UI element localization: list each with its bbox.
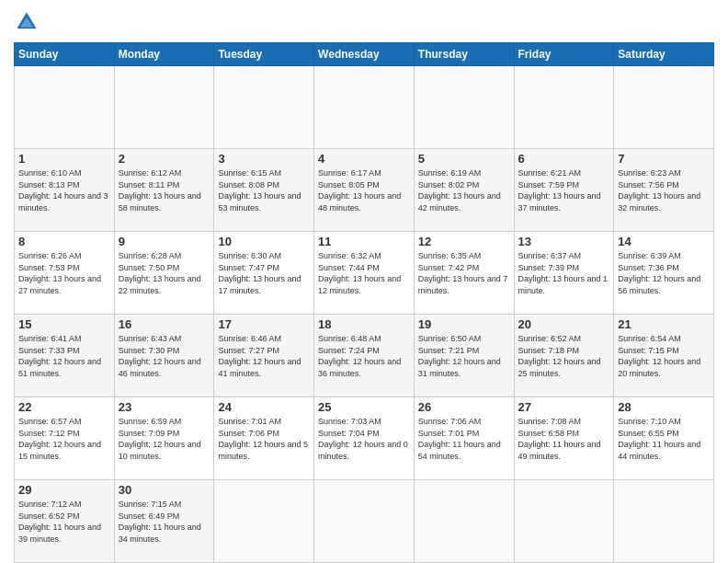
calendar-cell: 25 Sunrise: 7:03 AMSunset: 7:04 PMDaylig…: [314, 397, 415, 480]
day-number: 14: [618, 235, 710, 248]
logo: [14, 9, 43, 35]
col-wednesday: Wednesday: [314, 43, 415, 66]
day-number: 10: [218, 235, 310, 248]
cell-info: Sunrise: 6:19 AMSunset: 8:02 PMDaylight:…: [418, 167, 510, 213]
cell-info: Sunrise: 6:52 AMSunset: 7:18 PMDaylight:…: [518, 333, 610, 379]
calendar-cell: [214, 480, 314, 563]
day-number: 2: [119, 152, 210, 166]
calendar-cell: 4 Sunrise: 6:17 AMSunset: 8:05 PMDayligh…: [314, 149, 415, 232]
day-number: 4: [318, 152, 410, 166]
calendar-cell: 26 Sunrise: 7:06 AMSunset: 7:01 PMDaylig…: [414, 397, 514, 480]
cell-info: Sunrise: 6:43 AMSunset: 7:30 PMDaylight:…: [119, 333, 210, 379]
day-number: 28: [618, 400, 710, 414]
calendar-cell: [314, 480, 415, 563]
day-number: 1: [18, 152, 110, 166]
day-number: 29: [18, 483, 110, 497]
day-number: 3: [218, 152, 310, 166]
calendar-cell: 24 Sunrise: 7:01 AMSunset: 7:06 PMDaylig…: [214, 397, 314, 480]
day-number: 15: [18, 317, 110, 331]
calendar-cell: 23 Sunrise: 6:59 AMSunset: 7:09 PMDaylig…: [114, 397, 214, 480]
calendar-cell: 5 Sunrise: 6:19 AMSunset: 8:02 PMDayligh…: [414, 149, 514, 232]
day-number: 30: [119, 483, 210, 497]
cell-info: Sunrise: 6:10 AMSunset: 8:13 PMDaylight:…: [18, 167, 110, 213]
calendar-cell: [614, 66, 714, 149]
calendar-week-5: 29 Sunrise: 7:12 AMSunset: 6:52 PMDaylig…: [15, 480, 714, 563]
calendar-cell: [414, 480, 514, 563]
calendar-week-4: 22 Sunrise: 6:57 AMSunset: 7:12 PMDaylig…: [15, 397, 714, 480]
calendar-cell: 3 Sunrise: 6:15 AMSunset: 8:08 PMDayligh…: [214, 149, 314, 232]
cell-info: Sunrise: 6:57 AMSunset: 7:12 PMDaylight:…: [18, 416, 110, 462]
day-number: 5: [418, 152, 510, 166]
day-number: 25: [318, 400, 410, 414]
page: Sunday Monday Tuesday Wednesday Thursday…: [0, 0, 728, 563]
calendar-cell: [414, 66, 514, 149]
cell-info: Sunrise: 6:37 AMSunset: 7:39 PMDaylight:…: [518, 250, 610, 296]
cell-info: Sunrise: 7:01 AMSunset: 7:06 PMDaylight:…: [218, 416, 310, 462]
calendar-cell: 2 Sunrise: 6:12 AMSunset: 8:11 PMDayligh…: [114, 149, 214, 232]
calendar-cell: [114, 66, 214, 149]
calendar-cell: 19 Sunrise: 6:50 AMSunset: 7:21 PMDaylig…: [414, 315, 514, 397]
day-number: 23: [119, 400, 210, 414]
cell-info: Sunrise: 6:59 AMSunset: 7:09 PMDaylight:…: [119, 416, 210, 462]
col-tuesday: Tuesday: [214, 43, 314, 66]
cell-info: Sunrise: 6:28 AMSunset: 7:50 PMDaylight:…: [119, 250, 210, 296]
cell-info: Sunrise: 6:50 AMSunset: 7:21 PMDaylight:…: [418, 333, 510, 379]
day-number: 6: [518, 152, 610, 166]
cell-info: Sunrise: 6:32 AMSunset: 7:44 PMDaylight:…: [318, 250, 410, 296]
calendar-cell: 7 Sunrise: 6:23 AMSunset: 7:56 PMDayligh…: [614, 149, 714, 232]
calendar-cell: 15 Sunrise: 6:41 AMSunset: 7:33 PMDaylig…: [15, 315, 115, 397]
calendar-cell: 12 Sunrise: 6:35 AMSunset: 7:42 PMDaylig…: [414, 232, 514, 315]
calendar-cell: 6 Sunrise: 6:21 AMSunset: 7:59 PMDayligh…: [514, 149, 614, 232]
col-sunday: Sunday: [15, 43, 115, 66]
calendar-cell: [514, 66, 614, 149]
day-number: 13: [518, 235, 610, 248]
calendar-cell: [614, 480, 714, 563]
day-number: 8: [18, 235, 110, 248]
day-number: 7: [618, 152, 710, 166]
cell-info: Sunrise: 7:06 AMSunset: 7:01 PMDaylight:…: [418, 416, 510, 462]
calendar-cell: 8 Sunrise: 6:26 AMSunset: 7:53 PMDayligh…: [15, 232, 115, 315]
cell-info: Sunrise: 7:15 AMSunset: 6:49 PMDaylight:…: [119, 499, 210, 545]
calendar-week-1: 1 Sunrise: 6:10 AMSunset: 8:13 PMDayligh…: [15, 149, 714, 232]
calendar-week-0: [15, 66, 714, 149]
cell-info: Sunrise: 6:26 AMSunset: 7:53 PMDaylight:…: [18, 250, 110, 296]
cell-info: Sunrise: 6:41 AMSunset: 7:33 PMDaylight:…: [18, 333, 110, 379]
day-number: 17: [218, 317, 310, 331]
cell-info: Sunrise: 7:03 AMSunset: 7:04 PMDaylight:…: [318, 416, 410, 462]
calendar-cell: 22 Sunrise: 6:57 AMSunset: 7:12 PMDaylig…: [15, 397, 115, 480]
calendar-cell: 16 Sunrise: 6:43 AMSunset: 7:30 PMDaylig…: [114, 315, 214, 397]
cell-info: Sunrise: 6:39 AMSunset: 7:36 PMDaylight:…: [618, 250, 710, 296]
calendar-cell: [314, 66, 415, 149]
calendar-cell: 17 Sunrise: 6:46 AMSunset: 7:27 PMDaylig…: [214, 315, 314, 397]
header: [14, 9, 714, 35]
calendar-cell: 1 Sunrise: 6:10 AMSunset: 8:13 PMDayligh…: [15, 149, 115, 232]
day-number: 18: [318, 317, 410, 331]
calendar-body: 1 Sunrise: 6:10 AMSunset: 8:13 PMDayligh…: [15, 66, 714, 563]
col-friday: Friday: [514, 43, 614, 66]
header-row: Sunday Monday Tuesday Wednesday Thursday…: [15, 43, 714, 66]
calendar-cell: 14 Sunrise: 6:39 AMSunset: 7:36 PMDaylig…: [614, 232, 714, 315]
calendar-week-2: 8 Sunrise: 6:26 AMSunset: 7:53 PMDayligh…: [15, 232, 714, 315]
calendar-cell: 30 Sunrise: 7:15 AMSunset: 6:49 PMDaylig…: [114, 480, 214, 563]
cell-info: Sunrise: 6:21 AMSunset: 7:59 PMDaylight:…: [518, 167, 610, 213]
calendar-cell: 11 Sunrise: 6:32 AMSunset: 7:44 PMDaylig…: [314, 232, 415, 315]
day-number: 12: [418, 235, 510, 248]
day-number: 24: [218, 400, 310, 414]
cell-info: Sunrise: 6:46 AMSunset: 7:27 PMDaylight:…: [218, 333, 310, 379]
day-number: 9: [119, 235, 210, 248]
calendar-table: Sunday Monday Tuesday Wednesday Thursday…: [14, 42, 714, 563]
day-number: 21: [618, 317, 710, 331]
cell-info: Sunrise: 6:12 AMSunset: 8:11 PMDaylight:…: [119, 167, 210, 213]
cell-info: Sunrise: 6:17 AMSunset: 8:05 PMDaylight:…: [318, 167, 410, 213]
day-number: 20: [518, 317, 610, 331]
cell-info: Sunrise: 7:08 AMSunset: 6:58 PMDaylight:…: [518, 416, 610, 462]
cell-info: Sunrise: 7:10 AMSunset: 6:55 PMDaylight:…: [618, 416, 710, 462]
calendar-cell: 20 Sunrise: 6:52 AMSunset: 7:18 PMDaylig…: [514, 315, 614, 397]
calendar-cell: [214, 66, 314, 149]
logo-icon: [14, 9, 40, 35]
calendar-cell: 13 Sunrise: 6:37 AMSunset: 7:39 PMDaylig…: [514, 232, 614, 315]
cell-info: Sunrise: 6:48 AMSunset: 7:24 PMDaylight:…: [318, 333, 410, 379]
calendar-cell: [514, 480, 614, 563]
cell-info: Sunrise: 6:15 AMSunset: 8:08 PMDaylight:…: [218, 167, 310, 213]
calendar-week-3: 15 Sunrise: 6:41 AMSunset: 7:33 PMDaylig…: [15, 315, 714, 397]
